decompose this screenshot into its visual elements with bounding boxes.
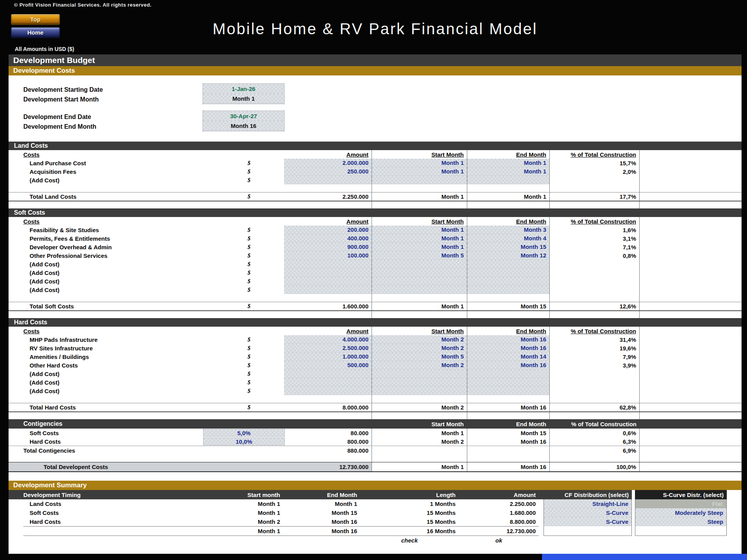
table-header-row: Costs Amount Start Month End Month % of … bbox=[9, 327, 742, 335]
row-label: Feasibility & Site Studies bbox=[23, 226, 233, 234]
start-date-input[interactable]: 1-Jan-26 bbox=[203, 84, 284, 94]
start-month-input[interactable] bbox=[372, 176, 467, 184]
col-header-costs: Costs bbox=[23, 217, 233, 226]
end-month-input[interactable] bbox=[467, 176, 549, 184]
start-month-input[interactable]: Month 5 bbox=[372, 251, 467, 260]
start-month-input[interactable] bbox=[372, 268, 467, 277]
sheet-content: Development Budget Development Costs Dev… bbox=[9, 54, 742, 554]
amount-input[interactable] bbox=[284, 268, 372, 277]
section-banner-contingencies: Contigencies Start Month End Month % of … bbox=[9, 419, 742, 429]
amount-input[interactable]: 250.000 bbox=[284, 167, 372, 176]
start-month-input[interactable]: Month 2 bbox=[372, 335, 467, 344]
start-month-input[interactable] bbox=[372, 260, 467, 268]
end-month-input[interactable] bbox=[467, 387, 549, 395]
scurve-distribution-select[interactable]: Steep bbox=[635, 517, 727, 526]
amount-input[interactable] bbox=[284, 378, 372, 387]
row-label: Land Costs bbox=[23, 499, 153, 508]
contingency-rate-input[interactable]: 5,0% bbox=[203, 429, 285, 437]
end-month-input[interactable]: Month 4 bbox=[467, 234, 549, 243]
total-row: Total Soft Costs $ 1.600.000 Month 1 Mon… bbox=[9, 302, 742, 311]
summary-header-row: Development Timing Start month End Month… bbox=[9, 490, 742, 499]
total-row: Total Contigencies 880.000 6,9% bbox=[9, 446, 742, 455]
col-header-amount: Amount bbox=[284, 150, 372, 159]
amount-value: 8.800.000 bbox=[459, 517, 539, 526]
amount-input[interactable]: 200.000 bbox=[284, 226, 372, 234]
dollar-sign: $ bbox=[233, 243, 265, 251]
amount-input[interactable] bbox=[284, 176, 372, 184]
end-month-input[interactable] bbox=[467, 369, 549, 378]
total-row: Total Hard Costs $ 8.000.000 Month 2 Mon… bbox=[9, 403, 742, 412]
end-month-input[interactable]: Month 15 bbox=[467, 243, 549, 251]
table-row: Acquisition Fees $ 250.000 Month 1 Month… bbox=[9, 167, 742, 176]
start-month-input[interactable]: Month 1 bbox=[372, 167, 467, 176]
summary-row: Hard Costs Month 2 Month 16 15 Months 8.… bbox=[9, 517, 742, 526]
start-month-value: Month 1 bbox=[203, 94, 284, 103]
total-label: Total Contigencies bbox=[23, 446, 203, 455]
amount-input[interactable] bbox=[284, 277, 372, 285]
start-month-input[interactable]: Month 2 bbox=[372, 361, 467, 369]
start-month-input[interactable]: Month 1 bbox=[372, 226, 467, 234]
table-header-row: Costs Amount Start Month End Month % of … bbox=[9, 150, 742, 159]
end-month-value: Month 1 bbox=[283, 499, 360, 508]
section-banner-hard-costs: Hard Costs bbox=[9, 318, 742, 327]
amount-input[interactable]: 2.500.000 bbox=[284, 344, 372, 352]
end-month-input[interactable] bbox=[467, 378, 549, 387]
cf-distribution-select[interactable]: S-Curve bbox=[544, 517, 632, 526]
amount-input[interactable]: 2.000.000 bbox=[284, 159, 372, 167]
end-month-label: Development End Month bbox=[23, 122, 96, 131]
table-row: (Add Cost) $ bbox=[9, 277, 742, 285]
start-month-input[interactable]: Month 1 bbox=[372, 234, 467, 243]
start-month-input[interactable] bbox=[372, 378, 467, 387]
scurve-distribution-select[interactable]: Moderately Steep bbox=[635, 508, 727, 517]
end-month-input[interactable] bbox=[467, 260, 549, 268]
table-row: Amenities / Buildings $ 1.000.000 Month … bbox=[9, 352, 742, 361]
start-month-input[interactable] bbox=[372, 285, 467, 294]
cf-distribution-select[interactable]: Straight-Line bbox=[544, 499, 632, 508]
amount-value: 1.680.000 bbox=[459, 508, 539, 517]
end-month-input[interactable]: Month 1 bbox=[467, 167, 549, 176]
table-header-row: Costs Amount Start Month End Month % of … bbox=[9, 217, 742, 226]
total-end-month: Month 1 bbox=[467, 192, 549, 201]
dates-block: Development Starting Date Development St… bbox=[9, 75, 742, 142]
amount-input[interactable] bbox=[284, 285, 372, 294]
row-label: Other Professional Services bbox=[23, 251, 233, 260]
end-month-input[interactable] bbox=[467, 268, 549, 277]
end-month-input[interactable]: Month 1 bbox=[467, 159, 549, 167]
start-month-input[interactable]: Month 1 bbox=[372, 243, 467, 251]
end-month-input[interactable]: Month 3 bbox=[467, 226, 549, 234]
amount-input[interactable]: 400.000 bbox=[284, 234, 372, 243]
amount-input[interactable] bbox=[284, 369, 372, 378]
end-date-input[interactable]: 30-Apr-27 bbox=[203, 111, 284, 121]
end-month-input[interactable]: Month 14 bbox=[467, 352, 549, 361]
amount-input[interactable] bbox=[284, 387, 372, 395]
amount-input[interactable] bbox=[284, 260, 372, 268]
grand-total-pct: 100,0% bbox=[549, 462, 640, 471]
start-month-input[interactable] bbox=[372, 277, 467, 285]
amount-input[interactable]: 900.000 bbox=[284, 243, 372, 251]
total-pct: 6,9% bbox=[549, 446, 640, 455]
contingency-rate-input[interactable]: 10,0% bbox=[203, 438, 285, 445]
col-header-end-month: End Month bbox=[467, 217, 549, 226]
amount-input[interactable]: 1.000.000 bbox=[284, 352, 372, 361]
start-date-label: Development Starting Date bbox=[23, 85, 103, 94]
start-month-input[interactable]: Month 5 bbox=[372, 352, 467, 361]
amount-input[interactable]: 500.000 bbox=[284, 361, 372, 369]
end-month-input[interactable]: Month 16 bbox=[467, 344, 549, 352]
amount-input[interactable]: 4.000.000 bbox=[284, 335, 372, 344]
end-month-input[interactable]: Month 16 bbox=[467, 361, 549, 369]
start-month-input[interactable] bbox=[372, 369, 467, 378]
copyright-text: © Profit Vision Financial Services. All … bbox=[14, 2, 152, 8]
cf-distribution-select[interactable]: S-Curve bbox=[544, 508, 632, 517]
start-month-input[interactable]: Month 1 bbox=[372, 159, 467, 167]
start-month-input[interactable]: Month 2 bbox=[372, 344, 467, 352]
end-month-input[interactable]: Month 12 bbox=[467, 251, 549, 260]
end-month-input[interactable] bbox=[467, 285, 549, 294]
end-month-input[interactable]: Month 16 bbox=[467, 335, 549, 344]
dollar-sign: $ bbox=[233, 361, 265, 369]
start-month-input[interactable] bbox=[372, 387, 467, 395]
amount-input[interactable]: 100.000 bbox=[284, 251, 372, 260]
total-label: Total Soft Costs bbox=[23, 302, 233, 310]
end-month-input[interactable] bbox=[467, 277, 549, 285]
total-amount: 880.000 bbox=[285, 446, 372, 455]
total-end-month: Month 15 bbox=[467, 302, 549, 310]
